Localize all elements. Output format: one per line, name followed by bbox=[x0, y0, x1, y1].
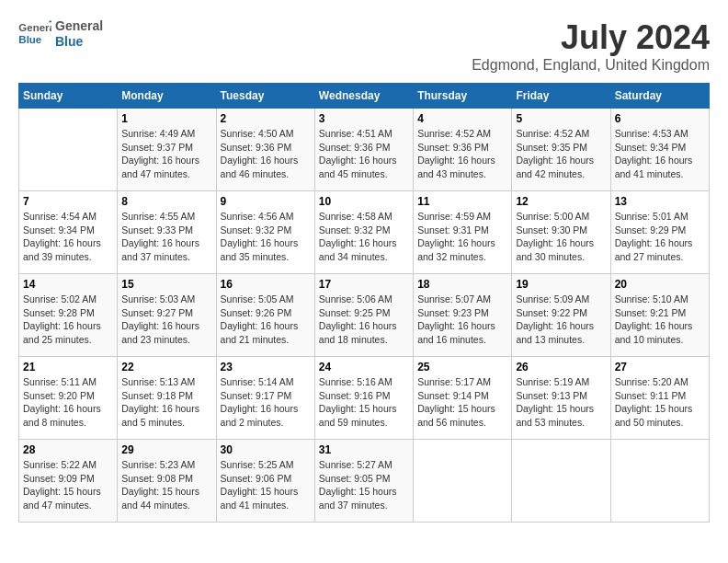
calendar-cell: 12Sunrise: 5:00 AMSunset: 9:30 PMDayligh… bbox=[512, 191, 610, 274]
day-info: Sunrise: 5:20 AMSunset: 9:11 PMDaylight:… bbox=[615, 375, 705, 430]
day-number: 31 bbox=[319, 443, 409, 456]
calendar-cell: 6Sunrise: 4:53 AMSunset: 9:34 PMDaylight… bbox=[610, 109, 709, 191]
day-number: 1 bbox=[121, 112, 211, 125]
day-info: Sunrise: 4:50 AMSunset: 9:36 PMDaylight:… bbox=[221, 127, 311, 181]
calendar-cell: 19Sunrise: 5:09 AMSunset: 9:22 PMDayligh… bbox=[512, 274, 610, 357]
day-info: Sunrise: 4:54 AMSunset: 9:34 PMDaylight:… bbox=[23, 210, 113, 264]
weekday-header-friday: Friday bbox=[512, 84, 610, 109]
day-number: 25 bbox=[417, 361, 507, 373]
day-info: Sunrise: 4:53 AMSunset: 9:34 PMDaylight:… bbox=[615, 127, 705, 181]
calendar-cell: 9Sunrise: 4:56 AMSunset: 9:32 PMDaylight… bbox=[216, 191, 314, 274]
day-info: Sunrise: 5:25 AMSunset: 9:06 PMDaylight:… bbox=[221, 458, 311, 512]
day-info: Sunrise: 5:14 AMSunset: 9:17 PMDaylight:… bbox=[221, 375, 311, 430]
day-info: Sunrise: 5:22 AMSunset: 9:09 PMDaylight:… bbox=[23, 458, 113, 512]
day-number: 22 bbox=[121, 361, 211, 373]
day-info: Sunrise: 5:00 AMSunset: 9:30 PMDaylight:… bbox=[516, 210, 606, 264]
calendar-cell: 2Sunrise: 4:50 AMSunset: 9:36 PMDaylight… bbox=[216, 109, 314, 191]
day-info: Sunrise: 5:07 AMSunset: 9:23 PMDaylight:… bbox=[417, 293, 507, 347]
calendar-subtitle: Edgmond, England, United Kingdom bbox=[472, 57, 710, 74]
calendar-cell: 17Sunrise: 5:06 AMSunset: 9:25 PMDayligh… bbox=[314, 274, 413, 357]
calendar-cell: 21Sunrise: 5:11 AMSunset: 9:20 PMDayligh… bbox=[19, 357, 118, 440]
calendar-cell: 16Sunrise: 5:05 AMSunset: 9:26 PMDayligh… bbox=[216, 274, 314, 357]
calendar-cell: 20Sunrise: 5:10 AMSunset: 9:21 PMDayligh… bbox=[610, 274, 709, 357]
day-info: Sunrise: 4:51 AMSunset: 9:36 PMDaylight:… bbox=[319, 127, 409, 181]
day-info: Sunrise: 5:27 AMSunset: 9:05 PMDaylight:… bbox=[319, 458, 409, 512]
calendar-cell bbox=[610, 440, 709, 523]
calendar-cell: 14Sunrise: 5:02 AMSunset: 9:28 PMDayligh… bbox=[19, 274, 118, 357]
day-info: Sunrise: 5:02 AMSunset: 9:28 PMDaylight:… bbox=[23, 293, 113, 347]
calendar-cell: 5Sunrise: 4:52 AMSunset: 9:35 PMDaylight… bbox=[512, 109, 610, 191]
calendar-cell: 23Sunrise: 5:14 AMSunset: 9:17 PMDayligh… bbox=[216, 357, 314, 440]
logo-general: General bbox=[55, 18, 103, 34]
day-number: 18 bbox=[417, 278, 507, 291]
day-number: 3 bbox=[319, 112, 409, 125]
day-number: 26 bbox=[516, 361, 606, 373]
weekday-header-tuesday: Tuesday bbox=[216, 84, 314, 109]
day-info: Sunrise: 5:10 AMSunset: 9:21 PMDaylight:… bbox=[615, 293, 705, 347]
day-number: 20 bbox=[615, 278, 705, 291]
logo-blue: Blue bbox=[55, 34, 103, 50]
calendar-cell: 29Sunrise: 5:23 AMSunset: 9:08 PMDayligh… bbox=[118, 440, 216, 523]
weekday-header-thursday: Thursday bbox=[414, 84, 512, 109]
weekday-header-saturday: Saturday bbox=[610, 84, 709, 109]
day-info: Sunrise: 4:55 AMSunset: 9:33 PMDaylight:… bbox=[121, 210, 211, 264]
day-number: 6 bbox=[615, 112, 705, 125]
calendar-week-row: 7Sunrise: 4:54 AMSunset: 9:34 PMDaylight… bbox=[19, 191, 710, 274]
day-info: Sunrise: 4:56 AMSunset: 9:32 PMDaylight:… bbox=[221, 210, 311, 264]
calendar-week-row: 14Sunrise: 5:02 AMSunset: 9:28 PMDayligh… bbox=[19, 274, 710, 357]
day-info: Sunrise: 5:01 AMSunset: 9:29 PMDaylight:… bbox=[615, 210, 705, 264]
calendar-cell: 11Sunrise: 4:59 AMSunset: 9:31 PMDayligh… bbox=[414, 191, 512, 274]
day-number: 16 bbox=[221, 278, 311, 291]
svg-text:General: General bbox=[18, 22, 51, 33]
day-number: 29 bbox=[121, 443, 211, 456]
page-header: General Blue General Blue July 2024 Edgm… bbox=[18, 18, 710, 74]
calendar-week-row: 28Sunrise: 5:22 AMSunset: 9:09 PMDayligh… bbox=[19, 440, 710, 523]
logo-icon: General Blue bbox=[18, 20, 51, 48]
calendar-cell: 25Sunrise: 5:17 AMSunset: 9:14 PMDayligh… bbox=[414, 357, 512, 440]
day-info: Sunrise: 5:09 AMSunset: 9:22 PMDaylight:… bbox=[516, 293, 606, 347]
day-number: 27 bbox=[615, 361, 705, 373]
day-number: 28 bbox=[23, 443, 113, 456]
day-info: Sunrise: 4:59 AMSunset: 9:31 PMDaylight:… bbox=[417, 210, 507, 264]
title-area: July 2024 Edgmond, England, United Kingd… bbox=[472, 18, 710, 74]
day-number: 12 bbox=[516, 195, 606, 208]
calendar-cell: 7Sunrise: 4:54 AMSunset: 9:34 PMDaylight… bbox=[19, 191, 118, 274]
calendar-cell bbox=[19, 109, 118, 191]
calendar-week-row: 1Sunrise: 4:49 AMSunset: 9:37 PMDaylight… bbox=[19, 109, 710, 191]
weekday-header-wednesday: Wednesday bbox=[314, 84, 413, 109]
calendar-cell bbox=[414, 440, 512, 523]
day-info: Sunrise: 5:17 AMSunset: 9:14 PMDaylight:… bbox=[417, 375, 507, 430]
calendar-cell: 31Sunrise: 5:27 AMSunset: 9:05 PMDayligh… bbox=[314, 440, 413, 523]
calendar-week-row: 21Sunrise: 5:11 AMSunset: 9:20 PMDayligh… bbox=[19, 357, 710, 440]
calendar-cell: 22Sunrise: 5:13 AMSunset: 9:18 PMDayligh… bbox=[118, 357, 216, 440]
weekday-header-row: SundayMondayTuesdayWednesdayThursdayFrid… bbox=[19, 84, 710, 109]
day-number: 23 bbox=[221, 361, 311, 373]
day-number: 30 bbox=[221, 443, 311, 456]
logo: General Blue General Blue bbox=[18, 18, 103, 50]
day-number: 13 bbox=[615, 195, 705, 208]
day-info: Sunrise: 5:05 AMSunset: 9:26 PMDaylight:… bbox=[221, 293, 311, 347]
calendar-table: SundayMondayTuesdayWednesdayThursdayFrid… bbox=[18, 83, 710, 523]
day-info: Sunrise: 5:16 AMSunset: 9:16 PMDaylight:… bbox=[319, 375, 409, 430]
day-number: 24 bbox=[319, 361, 409, 373]
day-number: 5 bbox=[516, 112, 606, 125]
day-info: Sunrise: 4:52 AMSunset: 9:35 PMDaylight:… bbox=[516, 127, 606, 181]
day-number: 10 bbox=[319, 195, 409, 208]
day-number: 4 bbox=[417, 112, 507, 125]
calendar-cell: 8Sunrise: 4:55 AMSunset: 9:33 PMDaylight… bbox=[118, 191, 216, 274]
day-info: Sunrise: 4:49 AMSunset: 9:37 PMDaylight:… bbox=[121, 127, 211, 181]
calendar-cell: 26Sunrise: 5:19 AMSunset: 9:13 PMDayligh… bbox=[512, 357, 610, 440]
calendar-cell bbox=[512, 440, 610, 523]
day-number: 9 bbox=[221, 195, 311, 208]
day-info: Sunrise: 5:06 AMSunset: 9:25 PMDaylight:… bbox=[319, 293, 409, 347]
calendar-cell: 10Sunrise: 4:58 AMSunset: 9:32 PMDayligh… bbox=[314, 191, 413, 274]
weekday-header-monday: Monday bbox=[118, 84, 216, 109]
calendar-title: July 2024 bbox=[472, 18, 710, 57]
day-number: 17 bbox=[319, 278, 409, 291]
day-number: 11 bbox=[417, 195, 507, 208]
calendar-cell: 27Sunrise: 5:20 AMSunset: 9:11 PMDayligh… bbox=[610, 357, 709, 440]
day-number: 15 bbox=[121, 278, 211, 291]
day-number: 21 bbox=[23, 361, 113, 373]
calendar-cell: 4Sunrise: 4:52 AMSunset: 9:36 PMDaylight… bbox=[414, 109, 512, 191]
calendar-cell: 13Sunrise: 5:01 AMSunset: 9:29 PMDayligh… bbox=[610, 191, 709, 274]
